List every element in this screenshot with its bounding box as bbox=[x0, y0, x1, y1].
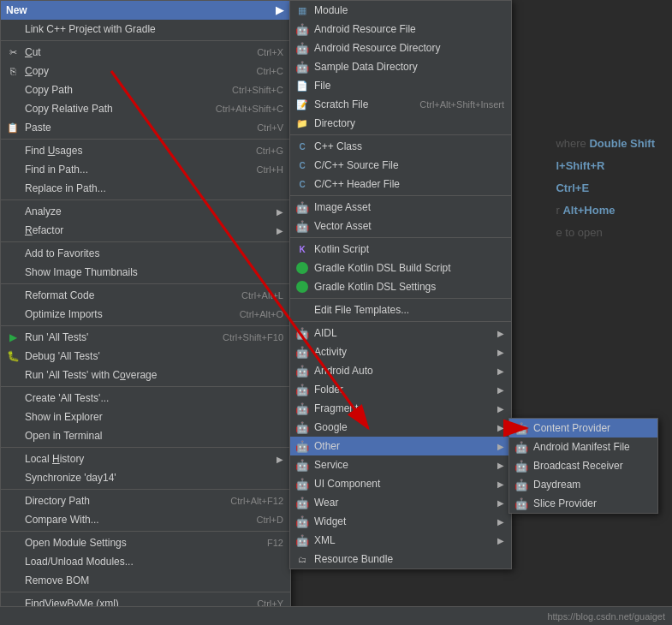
menu-open-terminal[interactable]: Open in Terminal bbox=[1, 426, 290, 445]
menu-local-history[interactable]: Local History ▶ bbox=[1, 449, 290, 468]
menu-slice-provider[interactable]: 🤖 Slice Provider bbox=[509, 494, 657, 513]
menu-synchronize[interactable]: Synchronize 'day14' bbox=[1, 468, 290, 487]
url-text: https://blog.csdn.net/guaiget bbox=[547, 611, 665, 622]
menu-ui-component[interactable]: 🤖 UI Component ▶ bbox=[290, 474, 511, 493]
terminal-icon bbox=[6, 429, 20, 443]
menu-copy[interactable]: ⎘ Copy Ctrl+C bbox=[1, 62, 290, 80]
menu-find-in-path[interactable]: Find in Path... Ctrl+H bbox=[1, 160, 290, 179]
menu-folder[interactable]: 🤖 Folder ▶ bbox=[290, 380, 511, 399]
menu-android-auto[interactable]: 🤖 Android Auto ▶ bbox=[290, 361, 511, 380]
compare-icon bbox=[6, 513, 20, 527]
favorites-icon bbox=[6, 247, 20, 260]
menu-gradle-kotlin-settings[interactable]: Gradle Kotlin DSL Settings bbox=[290, 277, 511, 296]
menu-service[interactable]: 🤖 Service ▶ bbox=[290, 455, 511, 474]
fragment-icon: 🤖 bbox=[295, 402, 309, 415]
service-arrow: ▶ bbox=[497, 461, 504, 470]
menu-create-all-tests[interactable]: Create 'All Tests'... bbox=[1, 389, 290, 408]
menu-copy-path[interactable]: Copy Path Ctrl+Shift+C bbox=[1, 80, 290, 99]
menu-edit-templates[interactable]: Edit File Templates... bbox=[290, 301, 511, 319]
menu-gradle-kotlin-dsl[interactable]: Gradle Kotlin DSL Build Script bbox=[290, 259, 511, 277]
menu-daydream[interactable]: 🤖 Daydream bbox=[509, 475, 657, 494]
primary-context-menu: New ▶ Link C++ Project with Gradle ✂ Cut… bbox=[0, 0, 291, 625]
menu-directory[interactable]: 📁 Directory bbox=[290, 114, 511, 133]
menu-image-asset[interactable]: 🤖 Image Asset bbox=[290, 198, 511, 217]
analyze-icon bbox=[6, 205, 20, 218]
image-asset-icon: 🤖 bbox=[295, 200, 309, 214]
menu-widget[interactable]: 🤖 Widget ▶ bbox=[290, 512, 511, 531]
broadcast-receiver-icon: 🤖 bbox=[514, 459, 528, 473]
menu-debug-all-tests[interactable]: 🐛 Debug 'All Tests' bbox=[1, 347, 290, 366]
menu-android-manifest[interactable]: 🤖 Android Manifest File bbox=[509, 438, 657, 456]
menu-new-header[interactable]: New ▶ bbox=[1, 1, 290, 20]
menu-google[interactable]: 🤖 Google ▶ bbox=[290, 418, 511, 437]
menu-activity[interactable]: 🤖 Activity ▶ bbox=[290, 342, 511, 361]
menu-remove-bom[interactable]: Remove BOM bbox=[1, 571, 290, 590]
menu-wear[interactable]: 🤖 Wear ▶ bbox=[290, 493, 511, 512]
module-icon: ▦ bbox=[295, 3, 309, 17]
menu-other[interactable]: 🤖 Other ▶ bbox=[290, 437, 511, 455]
file-icon: 📄 bbox=[295, 79, 309, 92]
menu-cut[interactable]: ✂ Cut Ctrl+X bbox=[1, 43, 290, 62]
menu-resource-bundle[interactable]: 🗂 Resource Bundle bbox=[290, 550, 511, 568]
menu-android-resource-dir[interactable]: 🤖 Android Resource Directory bbox=[290, 39, 511, 57]
copy-rel-icon bbox=[6, 102, 20, 116]
menu-show-explorer[interactable]: Show in Explorer bbox=[1, 408, 290, 426]
menu-content-provider[interactable]: 🤖 Content Provider bbox=[509, 419, 657, 438]
cut-icon: ✂ bbox=[6, 45, 20, 59]
menu-add-favorites[interactable]: Add to Favorites bbox=[1, 244, 290, 263]
remove-bom-icon bbox=[6, 574, 20, 587]
menu-new-label: New bbox=[6, 4, 27, 16]
folder-arrow: ▶ bbox=[497, 385, 504, 395]
sep-s4 bbox=[290, 298, 511, 299]
google-arrow: ▶ bbox=[497, 423, 504, 432]
menu-run-coverage[interactable]: Run 'All Tests' with Coverage bbox=[1, 366, 290, 384]
android-res-dir-icon: 🤖 bbox=[295, 41, 309, 55]
menu-cpp-source[interactable]: C C/C++ Source File bbox=[290, 156, 511, 175]
menu-link-cpp[interactable]: Link C++ Project with Gradle bbox=[1, 20, 290, 39]
cpp-header-icon: C bbox=[295, 177, 309, 191]
wear-arrow: ▶ bbox=[497, 498, 504, 508]
menu-open-module-settings[interactable]: Open Module Settings F12 bbox=[1, 533, 290, 552]
android-res-file-icon: 🤖 bbox=[295, 22, 309, 36]
menu-optimize-imports[interactable]: Optimize Imports Ctrl+Alt+O bbox=[1, 305, 290, 324]
sync-icon bbox=[6, 471, 20, 485]
tertiary-menu: 🤖 Content Provider 🤖 Android Manifest Fi… bbox=[508, 418, 658, 514]
menu-load-unload[interactable]: Load/Unload Modules... bbox=[1, 552, 290, 571]
menu-find-usages[interactable]: Find Usages Ctrl+G bbox=[1, 141, 290, 160]
sep1 bbox=[1, 40, 290, 41]
menu-cpp-class[interactable]: C C++ Class bbox=[290, 137, 511, 156]
menu-compare-with[interactable]: Compare With... Ctrl+D bbox=[1, 510, 290, 529]
menu-xml[interactable]: 🤖 XML ▶ bbox=[290, 531, 511, 550]
widget-arrow: ▶ bbox=[497, 517, 504, 527]
menu-aidl[interactable]: 🤖 AIDL ▶ bbox=[290, 324, 511, 342]
menu-analyze[interactable]: Analyze ▶ bbox=[1, 202, 290, 221]
menu-module[interactable]: ▦ Module bbox=[290, 1, 511, 20]
menu-replace-in-path[interactable]: Replace in Path... bbox=[1, 179, 290, 198]
menu-scratch-file[interactable]: 📝 Scratch File Ctrl+Alt+Shift+Insert bbox=[290, 95, 511, 114]
menu-sample-data-dir[interactable]: 🤖 Sample Data Directory bbox=[290, 57, 511, 76]
menu-paste[interactable]: 📋 Paste Ctrl+V bbox=[1, 118, 290, 137]
menu-run-all-tests[interactable]: ▶ Run 'All Tests' Ctrl+Shift+F10 bbox=[1, 328, 290, 347]
history-arrow: ▶ bbox=[277, 455, 283, 464]
sep-s2 bbox=[290, 195, 511, 196]
menu-broadcast-receiver[interactable]: 🤖 Broadcast Receiver bbox=[509, 456, 657, 475]
secondary-menu: ▦ Module 🤖 Android Resource File 🤖 Andro… bbox=[289, 0, 512, 569]
service-icon: 🤖 bbox=[295, 458, 309, 472]
menu-refactor[interactable]: Refactor ▶ bbox=[1, 221, 290, 240]
cpp-source-icon: C bbox=[295, 158, 309, 172]
menu-kotlin-script[interactable]: K Kotlin Script bbox=[290, 240, 511, 259]
sample-data-icon: 🤖 bbox=[295, 60, 309, 74]
widget-icon: 🤖 bbox=[295, 515, 309, 528]
menu-file[interactable]: 📄 File bbox=[290, 76, 511, 95]
new-arrow: ▶ bbox=[276, 4, 283, 16]
menu-directory-path[interactable]: Directory Path Ctrl+Alt+F12 bbox=[1, 491, 290, 510]
menu-reformat[interactable]: Reformat Code Ctrl+Alt+L bbox=[1, 286, 290, 305]
menu-cpp-header[interactable]: C C/C++ Header File bbox=[290, 175, 511, 193]
menu-copy-relative-path[interactable]: Copy Relative Path Ctrl+Alt+Shift+C bbox=[1, 99, 290, 118]
menu-fragment[interactable]: 🤖 Fragment ▶ bbox=[290, 399, 511, 418]
sep-s3 bbox=[290, 237, 511, 238]
menu-vector-asset[interactable]: 🤖 Vector Asset bbox=[290, 217, 511, 235]
edit-templates-icon bbox=[295, 303, 309, 317]
menu-show-thumbnails[interactable]: Show Image Thumbnails bbox=[1, 263, 290, 282]
menu-android-resource-file[interactable]: 🤖 Android Resource File bbox=[290, 20, 511, 39]
